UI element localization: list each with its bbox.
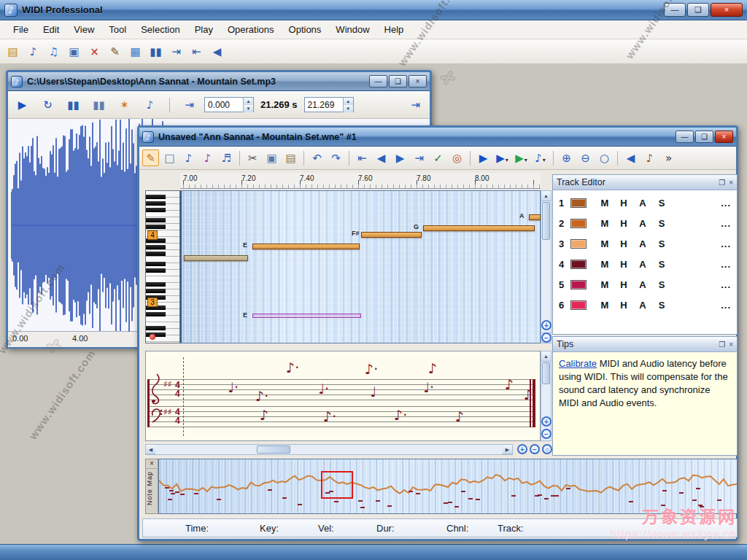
track-h-button[interactable]: H [614, 238, 633, 249]
editor-minimize-button[interactable]: — [676, 131, 694, 143]
piano-black-key[interactable] [146, 282, 166, 287]
open-midi-icon[interactable]: ♪ [25, 43, 42, 60]
track-color-swatch[interactable] [570, 198, 587, 208]
undo-icon[interactable]: ↶ [309, 149, 325, 166]
spectrogram-zoom-out-button[interactable]: − [541, 332, 551, 343]
notation-vscrollbar[interactable]: ▲ [541, 351, 551, 441]
scroll-right-icon[interactable]: ▶ [503, 445, 512, 454]
track-a-button[interactable]: A [633, 259, 652, 270]
time-ruler[interactable]: 7.007.207.407.607.808.00 [180, 173, 541, 189]
menu-item-window[interactable]: Window [328, 20, 376, 39]
track-s-button[interactable]: S [652, 238, 671, 249]
track-a-button[interactable]: A [633, 238, 652, 249]
play-selection-icon[interactable]: ▶▾ [513, 149, 530, 166]
panel-close-icon[interactable]: × [729, 341, 733, 349]
note-map-close-icon[interactable]: × [146, 459, 158, 469]
record-pencil-icon[interactable]: ✎ [142, 149, 159, 166]
track-editor-header[interactable]: Track Editor ❐ × [553, 175, 737, 190]
notation-note[interactable]: ♪ [505, 378, 514, 392]
calibrate-link[interactable]: Calibrate [559, 358, 597, 369]
track-more-button[interactable]: ... [721, 238, 731, 249]
play-loop-icon[interactable]: ▶▾ [494, 149, 511, 166]
piano-black-key[interactable] [146, 312, 166, 316]
editor-close-button[interactable]: × [715, 131, 733, 143]
cut-icon[interactable]: ✂ [244, 149, 261, 166]
scroll-thumb[interactable] [542, 362, 550, 384]
spin-up-icon[interactable]: ▲ [244, 98, 253, 105]
track-more-button[interactable]: ... [721, 218, 731, 229]
scroll-up-icon[interactable]: ▲ [541, 191, 551, 201]
track-more-button[interactable]: ... [721, 300, 731, 311]
go-end-icon[interactable]: ⇥ [411, 149, 427, 166]
convert-selection-icon[interactable]: ⇥ [407, 96, 424, 113]
notation-note[interactable]: ♩· [228, 381, 239, 394]
display-mode-icon[interactable]: ▦ [127, 43, 144, 60]
piano-keyboard[interactable]: 43 [145, 190, 180, 343]
track-h-button[interactable]: H [614, 218, 633, 229]
track-m-button[interactable]: M [595, 279, 614, 290]
menu-item-view[interactable]: View [66, 20, 101, 39]
hzoom-fit-button[interactable]: ○ [542, 444, 552, 454]
save-icon[interactable]: ▣ [66, 43, 82, 60]
scroll-up-icon[interactable]: ▲ [541, 351, 551, 362]
hzoom-out-button[interactable]: − [530, 444, 540, 454]
piano-black-key[interactable] [146, 208, 166, 212]
pause-icon[interactable]: ▮▮ [147, 43, 164, 60]
track-color-swatch[interactable] [570, 219, 587, 228]
menu-item-edit[interactable]: Edit [36, 20, 66, 39]
menu-item-options[interactable]: Options [282, 20, 329, 39]
notation-zoom-out-button[interactable]: − [541, 429, 551, 439]
piano-black-key[interactable] [146, 225, 166, 229]
zoom-fit-icon[interactable]: ○ [596, 149, 613, 166]
hzoom-in-button[interactable]: + [517, 444, 527, 454]
position-spinner[interactable]: 0.000 ▲ ▼ [204, 97, 254, 112]
redo-icon[interactable]: ↷ [328, 149, 344, 166]
track-more-button[interactable]: ... [721, 198, 731, 209]
close-button[interactable]: × [711, 3, 743, 17]
menu-item-selection[interactable]: Selection [133, 20, 187, 39]
track-a-button[interactable]: A [633, 279, 652, 290]
midi-note-bar[interactable] [423, 225, 535, 231]
scroll-left-icon[interactable]: ◀ [146, 445, 155, 454]
record-tool-icon[interactable]: ✎ [107, 43, 123, 60]
copy-icon[interactable]: ▣ [263, 149, 280, 166]
spectrogram[interactable]: EF#GAE [180, 190, 541, 343]
goto-check-icon[interactable]: ✓ [430, 149, 446, 166]
menu-item-operations[interactable]: Operations [220, 20, 282, 39]
note-add-icon[interactable]: ♪ [180, 149, 197, 166]
notation-note[interactable]: ♪· [365, 362, 378, 376]
scroll-thumb[interactable] [542, 202, 550, 240]
panel-close-icon[interactable]: × [729, 179, 733, 187]
notation-note[interactable]: ♩· [318, 382, 329, 396]
track-m-button[interactable]: M [595, 218, 614, 229]
track-s-button[interactable]: S [652, 198, 671, 209]
zoom-in-icon[interactable]: ⊕ [558, 149, 575, 166]
convert-to-midi-icon[interactable]: ⇥ [168, 43, 185, 60]
track-more-button[interactable]: ... [721, 279, 731, 290]
track-m-button[interactable]: M [595, 238, 614, 249]
midi-output-icon[interactable]: ♪ [641, 149, 658, 166]
play-icon[interactable]: ▶ [14, 96, 31, 113]
length-spinner[interactable]: 21.269 ▲ ▼ [304, 97, 354, 112]
track-h-button[interactable]: H [614, 259, 633, 270]
piano-black-key[interactable] [146, 245, 166, 249]
open-file-icon[interactable]: ▤ [4, 43, 21, 60]
play-icon[interactable]: ▶ [475, 149, 492, 166]
editor-hscrollbar[interactable]: ◀ ▶ [145, 444, 513, 455]
mp3-close-button[interactable]: × [409, 75, 427, 88]
notation-note[interactable]: ♪ [260, 408, 268, 422]
open-audio-icon[interactable]: ♫ [45, 43, 62, 60]
piano-black-key[interactable] [146, 252, 166, 256]
track-more-button[interactable]: ... [721, 259, 731, 270]
notation-note[interactable]: ♩ [370, 385, 376, 399]
editor-titlebar[interactable]: ♪ Unsaved "Ann Sannat - Mountain Set.wne… [139, 128, 736, 147]
track-h-button[interactable]: H [614, 279, 633, 290]
note-remove-icon[interactable]: ♪ [199, 149, 216, 166]
midi-note-bar[interactable] [252, 244, 360, 249]
mp3-titlebar[interactable]: ♪ C:\Users\Stepan\Desktop\Ann Sannat - M… [8, 72, 430, 91]
spin-down-icon[interactable]: ▼ [344, 105, 353, 112]
track-m-button[interactable]: M [595, 259, 614, 270]
piano-black-key[interactable] [146, 262, 166, 266]
go-start-icon[interactable]: ⇤ [354, 149, 371, 166]
piano-black-key[interactable] [146, 218, 166, 222]
